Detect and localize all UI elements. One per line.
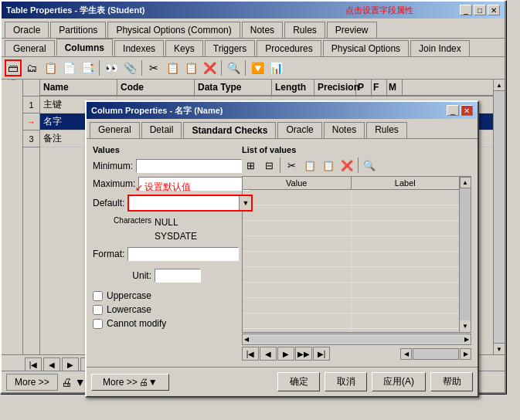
toolbar-btn-paste[interactable]: 📋 bbox=[182, 59, 199, 76]
toolbar-btn-6[interactable]: 👀 bbox=[103, 59, 120, 76]
dialog-minimize-btn[interactable]: _ bbox=[447, 105, 459, 116]
toolbar-btn-4[interactable]: 📄 bbox=[60, 59, 77, 76]
toolbar-btn-filter[interactable]: 🔽 bbox=[249, 59, 266, 76]
list-row-7[interactable] bbox=[243, 283, 459, 298]
dtab-general[interactable]: General bbox=[90, 122, 140, 138]
tab-general[interactable]: General bbox=[5, 40, 55, 56]
list-scroll-down[interactable]: ▼ bbox=[462, 320, 468, 332]
toolbar-btn-find[interactable]: 🔍 bbox=[225, 59, 242, 76]
main-vscrollbar[interactable]: ▲ ▼ bbox=[493, 80, 505, 354]
nav-next-btn[interactable]: ▶ bbox=[62, 357, 79, 371]
tab-rules[interactable]: Rules bbox=[284, 22, 325, 38]
toolbar-btn-3[interactable]: 📋 bbox=[42, 59, 59, 76]
minimize-button[interactable]: _ bbox=[460, 5, 472, 15]
maximize-button[interactable]: □ bbox=[474, 5, 486, 15]
list-row-2[interactable] bbox=[243, 205, 459, 221]
list-nav-next2[interactable]: ▶▶ bbox=[295, 347, 312, 361]
dialog-more-button[interactable]: More >> 🖨▼ bbox=[91, 374, 169, 391]
list-nav-last[interactable]: ▶| bbox=[313, 347, 330, 361]
more-button[interactable]: More >> bbox=[6, 374, 58, 391]
tab-oracle[interactable]: Oracle bbox=[5, 22, 49, 38]
scroll-down-btn[interactable]: ▼ bbox=[494, 343, 505, 354]
list-nav-first[interactable]: |◀ bbox=[242, 347, 259, 361]
lowercase-checkbox[interactable] bbox=[93, 305, 103, 315]
unit-input[interactable] bbox=[155, 269, 201, 283]
list-btn-copy[interactable]: 📋 bbox=[301, 158, 318, 173]
cancel-button[interactable]: 取消 bbox=[325, 372, 367, 391]
list-row-1[interactable] bbox=[243, 190, 459, 205]
apply-button[interactable]: 应用(A) bbox=[372, 372, 426, 391]
annotation-text: 设置默认值 bbox=[144, 181, 191, 194]
list-row-10[interactable] bbox=[243, 329, 459, 332]
toolbar-btn-5[interactable]: 📑 bbox=[79, 59, 96, 76]
list-btn-delete[interactable]: ❌ bbox=[338, 158, 355, 173]
list-row-9[interactable] bbox=[243, 313, 459, 329]
list-scroll-up[interactable]: ▲ bbox=[460, 177, 471, 188]
tab-indexes[interactable]: Indexes bbox=[114, 40, 164, 56]
list-btn-find[interactable]: 🔍 bbox=[361, 158, 378, 173]
confirm-button[interactable]: 确定 bbox=[277, 372, 320, 391]
toolbar-btn-chart[interactable]: 📊 bbox=[267, 59, 284, 76]
toolbar-btn-copy[interactable]: 📋 bbox=[164, 59, 181, 76]
tab-physical-options-common[interactable]: Physical Options (Common) bbox=[107, 22, 240, 38]
list-row-6[interactable] bbox=[243, 267, 459, 283]
nav-prev-btn[interactable]: ◀ bbox=[43, 357, 60, 371]
col-header-datatype: Data Type bbox=[195, 80, 272, 95]
toolbar-btn-cut[interactable]: ✂ bbox=[145, 59, 162, 76]
close-button[interactable]: ✕ bbox=[488, 5, 500, 15]
list-hscrollbar[interactable]: ◀ ▶ bbox=[242, 334, 471, 345]
print-icon[interactable]: 🖨 bbox=[61, 376, 72, 388]
scroll-up-btn[interactable]: ▲ bbox=[494, 80, 505, 91]
list-hscroll-track bbox=[250, 337, 463, 343]
unit-label: Unit: bbox=[93, 270, 155, 281]
toolbar-btn-delete[interactable]: ❌ bbox=[201, 59, 218, 76]
list-row-3[interactable] bbox=[243, 221, 459, 236]
list-hscroll-left[interactable]: ◀ bbox=[243, 336, 250, 343]
dtab-notes[interactable]: Notes bbox=[324, 122, 365, 138]
dtab-standard-checks[interactable]: Standard Checks bbox=[183, 122, 276, 138]
list-row-5[interactable] bbox=[243, 252, 459, 267]
list-btn-cut[interactable]: ✂ bbox=[283, 158, 300, 173]
format-input[interactable] bbox=[127, 247, 239, 261]
list-row-4[interactable] bbox=[243, 236, 459, 252]
tab-keys[interactable]: Keys bbox=[165, 40, 203, 56]
list-nav-next[interactable]: ▶ bbox=[277, 347, 294, 361]
nav-first-btn[interactable]: |◀ bbox=[25, 357, 42, 371]
tab-notes[interactable]: Notes bbox=[242, 22, 283, 38]
dtab-rules[interactable]: Rules bbox=[366, 122, 407, 138]
tab-preview[interactable]: Preview bbox=[327, 22, 377, 38]
left-panel: 选中列 bbox=[2, 80, 23, 354]
tab-physical-options[interactable]: Physical Options bbox=[323, 40, 409, 56]
list-btn-add-row[interactable]: ⊞ bbox=[242, 158, 259, 173]
dtab-detail[interactable]: Detail bbox=[141, 122, 182, 138]
tab-join-index[interactable]: Join Index bbox=[410, 40, 470, 56]
list-hscroll-btn-l[interactable]: ◀ bbox=[400, 348, 412, 360]
list-nav-prev[interactable]: ◀ bbox=[260, 347, 277, 361]
default-dropdown-btn[interactable]: ▼ bbox=[239, 196, 251, 210]
default-input[interactable] bbox=[129, 196, 239, 210]
toolbar-btn-1[interactable]: 🗃 bbox=[5, 59, 22, 76]
list-hscroll-btn-r[interactable]: ▶ bbox=[460, 348, 471, 360]
cannot-modify-checkbox[interactable] bbox=[93, 319, 103, 329]
list-btn-remove-row[interactable]: ⊟ bbox=[260, 158, 277, 173]
list-btn-paste[interactable]: 📋 bbox=[320, 158, 337, 173]
list-row-8[interactable] bbox=[243, 298, 459, 313]
list-scroll-track bbox=[460, 188, 471, 320]
print-dropdown-icon[interactable]: ▼ bbox=[75, 376, 86, 388]
list-cell-4-val bbox=[243, 236, 352, 252]
uppercase-checkbox[interactable] bbox=[93, 291, 103, 301]
tab-procedures[interactable]: Procedures bbox=[257, 40, 321, 56]
list-vscrollbar[interactable]: ▲ ▼ bbox=[459, 177, 471, 332]
help-button[interactable]: 帮助 bbox=[430, 372, 473, 391]
toolbar-btn-7[interactable]: 📎 bbox=[121, 59, 138, 76]
col-header-f: F bbox=[372, 80, 387, 95]
list-hscroll-right[interactable]: ▶ bbox=[463, 336, 471, 343]
tab-partitions[interactable]: Partitions bbox=[50, 22, 106, 38]
tab-triggers[interactable]: Triggers bbox=[205, 40, 256, 56]
tab-columns[interactable]: Columns bbox=[56, 39, 113, 56]
minimum-input[interactable] bbox=[136, 159, 247, 173]
list-cell-5-val bbox=[243, 252, 352, 267]
toolbar-btn-2[interactable]: 🗂 bbox=[23, 59, 40, 76]
dtab-oracle[interactable]: Oracle bbox=[277, 122, 321, 138]
dialog-close-btn[interactable]: ✕ bbox=[461, 105, 473, 116]
